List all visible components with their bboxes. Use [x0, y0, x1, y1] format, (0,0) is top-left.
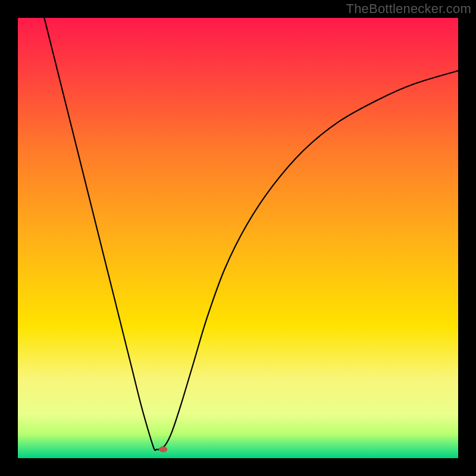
optimal-marker	[159, 446, 167, 452]
watermark-label: TheBottlenecker.com	[346, 1, 471, 17]
chart-frame: TheBottlenecker.com	[0, 0, 476, 476]
chart-svg	[18, 18, 458, 458]
gradient-rect	[18, 18, 458, 458]
plot-area	[18, 18, 458, 458]
